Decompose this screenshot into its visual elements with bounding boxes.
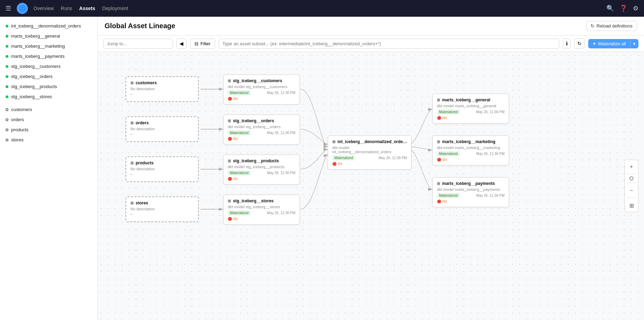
zoom-handle[interactable] [629,177,634,181]
collapse-sidebar-button[interactable]: ◀ [176,38,187,49]
sidebar-item-label: stg_iceberg__stores [11,94,52,99]
source-node-desc: No description [130,207,194,211]
materialize-group: ✦ Materialize all ▾ [588,39,638,48]
sidebar-item-label: stg_iceberg__orders [11,74,53,79]
source-node-desc: No description [130,127,194,131]
search-icon[interactable]: 🔍 [606,5,614,12]
filter-icon: ⊟ [195,41,198,46]
nav-overview[interactable]: Overview [33,6,54,11]
fit-view-button[interactable]: ⊞ [626,200,637,211]
sidebar: int_iceberg__denormalized_orders marts_i… [0,17,98,320]
source-node-products[interactable]: ⊞ products No description – [126,156,199,182]
reload-definitions-button[interactable]: ↻ Reload definitions [586,21,637,31]
model-node-stg-products[interactable]: ⊞ stg_iceberg__products dbt model stg_ic… [223,155,300,185]
topnav: ☰ 🌀 Overview Runs Assets Deployment 🔍 ❓ … [0,0,644,17]
sidebar-item-stg-stores[interactable]: stg_iceberg__stores [0,92,97,102]
sidebar-empty-section: customers orders products stores [0,103,97,146]
status-dot-green [6,85,8,88]
model-icon: ⊞ [437,98,440,102]
sidebar-item-customers[interactable]: customers [0,104,97,115]
model-icon: ⊞ [228,119,231,123]
model-node-stg-customers[interactable]: ⊞ stg_iceberg__customers dbt model stg_i… [223,75,300,104]
sidebar-item-stores[interactable]: stores [0,135,97,145]
page-title: Global Asset Lineage [105,22,175,30]
mart-node-payments[interactable]: ⊞ marts_iceberg__payments dbt model mart… [432,177,509,207]
mart-node-marketing[interactable]: ⊞ marts_iceberg__marketing dbt model mar… [432,135,509,165]
materialized-badge: Materialized [437,109,460,115]
dbt-badge: 🔴 dbt [332,162,407,166]
menu-icon[interactable]: ☰ [6,5,11,12]
refresh-button[interactable]: ↻ [574,38,585,49]
source-node-stores[interactable]: ⊞ stores No description – [126,196,199,222]
nav-runs[interactable]: Runs [61,6,72,11]
model-node-stg-orders[interactable]: ⊞ stg_iceberg__orders dbt model stg_iceb… [223,115,300,145]
mart-node-title: marts_iceberg__marketing [442,139,495,144]
sidebar-item-label: stg_iceberg__products [11,84,57,89]
status-dot-green [6,95,8,98]
node-timestamp: May 26, 11:36 PM [267,211,295,215]
model-node-stg-stores[interactable]: ⊞ stg_iceberg__stores dbt model stg_iceb… [223,195,300,225]
status-dot-green [6,25,8,28]
sidebar-item-marts-marketing[interactable]: marts_iceberg__marketing [0,41,97,51]
materialized-badge: Materialized [228,210,251,216]
reload-icon: ↻ [591,23,594,29]
sidebar-item-stg-customers[interactable]: stg_iceberg__customers [0,61,97,71]
sidebar-item-stg-products[interactable]: stg_iceberg__products [0,81,97,92]
dbt-badge: 🔴 dbt [228,177,295,181]
sidebar-item-label: stores [11,137,23,142]
mart-node-desc: dbt model marts_iceberg__marketing [437,146,505,150]
materialize-dropdown-button[interactable]: ▾ [630,39,638,48]
mart-node-desc: dbt model marts_iceberg__general [437,104,505,108]
jump-to-input[interactable] [103,39,173,49]
sidebar-item-marts-payments[interactable]: marts_iceberg__payments [0,51,97,61]
settings-icon[interactable]: ⚙ [633,5,638,12]
dbt-badge: 🔴 dbt [228,97,295,101]
sidebar-item-marts-general[interactable]: marts_iceberg__general [0,31,97,41]
sidebar-item-label: marts_iceberg__general [11,33,60,39]
graph-area[interactable]: ⊞ customers No description – ⊞ orders No… [98,52,644,320]
source-node-orders[interactable]: ⊞ orders No description – [126,116,199,142]
info-icon-button[interactable]: ℹ [563,38,571,49]
node-timestamp: May 26, 11:36 PM [476,110,505,114]
model-node-title: stg_iceberg__products [233,158,279,163]
dbt-badge: 🔴 dbt [228,217,295,221]
materialized-badge: Materialized [228,170,251,175]
sidebar-item-orders[interactable]: orders [0,115,97,125]
asset-search-input[interactable] [219,39,559,49]
source-node-dash: – [130,132,194,136]
mart-node-desc: dbt model marts_iceberg__payments [437,187,505,192]
model-node-title: stg_iceberg__orders [233,118,274,123]
sidebar-item-label: orders [11,117,24,122]
source-node-title: orders [136,120,149,125]
mart-node-title: marts_iceberg__general [442,97,490,102]
model-icon: ⊞ [228,199,231,203]
zoom-in-button[interactable]: + [626,162,637,172]
filter-label: Filter [200,41,211,46]
model-node-title: int_iceberg__denormalized_orde… [338,139,407,144]
nav-deployment[interactable]: Deployment [102,6,128,11]
content-area: Global Asset Lineage ↻ Reload definition… [98,17,644,320]
status-dot-empty [6,128,8,131]
dbt-badge: 🔴 dbt [437,200,505,203]
model-node-desc: dbt model stg_iceberg__orders [228,125,295,129]
sidebar-item-stg-orders[interactable]: stg_iceberg__orders [0,71,97,81]
mart-node-general[interactable]: ⊞ marts_iceberg__general dbt model marts… [432,94,509,124]
help-icon[interactable]: ❓ [620,5,627,12]
model-node-int-denorm[interactable]: ⊞ int_iceberg__denormalized_orde… dbt mo… [328,135,411,170]
sidebar-item-label: int_iceberg__denormalized_orders [11,23,81,29]
sidebar-item-int-denormalized[interactable]: int_iceberg__denormalized_orders [0,21,97,31]
sidebar-item-products[interactable]: products [0,125,97,135]
materialize-all-button[interactable]: ✦ Materialize all [588,39,630,48]
node-timestamp: May 26, 11:36 PM [267,171,295,175]
nav-assets[interactable]: Assets [79,6,95,11]
materialize-label: Materialize all [598,41,626,46]
zoom-out-button[interactable]: − [626,185,637,196]
filter-button[interactable]: ⊟ Filter [190,39,215,49]
model-icon: ⊞ [228,79,231,83]
model-icon: ⊞ [228,159,231,163]
main-layout: int_iceberg__denormalized_orders marts_i… [0,17,644,320]
node-timestamp: May 26, 11:36 PM [379,156,407,160]
status-dot-empty [6,108,8,111]
model-node-title: stg_iceberg__customers [233,78,282,83]
source-node-customers[interactable]: ⊞ customers No description – [126,76,199,102]
